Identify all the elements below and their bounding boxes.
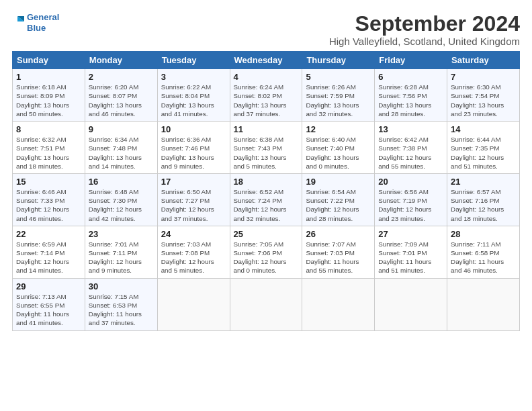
day-number: 7 [451, 72, 516, 82]
table-row: 14Sunrise: 6:44 AMSunset: 7:35 PMDayligh… [447, 122, 520, 174]
header-sunday: Sunday [13, 52, 85, 69]
day-info: Sunrise: 6:46 AMSunset: 7:33 PMDaylight:… [16, 187, 81, 223]
day-info: Sunrise: 7:09 AMSunset: 7:01 PMDaylight:… [378, 240, 443, 275]
day-number: 15 [16, 177, 81, 187]
table-row: 30Sunrise: 7:15 AMSunset: 6:53 PMDayligh… [85, 278, 157, 330]
day-info: Sunrise: 6:56 AMSunset: 7:19 PMDaylight:… [378, 187, 443, 223]
day-number: 17 [161, 177, 226, 187]
day-number: 5 [306, 72, 371, 82]
day-number: 14 [451, 124, 516, 134]
table-row: 6Sunrise: 6:28 AMSunset: 7:56 PMDaylight… [375, 69, 447, 122]
day-info: Sunrise: 6:18 AMSunset: 8:09 PMDaylight:… [16, 83, 81, 118]
table-row: 10Sunrise: 6:36 AMSunset: 7:46 PMDayligh… [157, 122, 230, 174]
table-row: 18Sunrise: 6:52 AMSunset: 7:24 PMDayligh… [230, 173, 302, 226]
day-number: 21 [451, 177, 516, 187]
day-number: 8 [16, 124, 81, 134]
table-row [157, 278, 230, 330]
title-area: September 2024 High Valleyfield, Scotlan… [329, 12, 520, 47]
table-row: 11Sunrise: 6:38 AMSunset: 7:43 PMDayligh… [230, 122, 302, 174]
day-number: 24 [161, 229, 226, 239]
day-info: Sunrise: 6:57 AMSunset: 7:16 PMDaylight:… [451, 187, 516, 223]
day-number: 9 [89, 124, 154, 134]
table-row: 29Sunrise: 7:13 AMSunset: 6:55 PMDayligh… [13, 278, 85, 330]
day-info: Sunrise: 7:01 AMSunset: 7:11 PMDaylight:… [89, 240, 154, 275]
header-friday: Friday [375, 52, 447, 69]
table-row: 24Sunrise: 7:03 AMSunset: 7:08 PMDayligh… [157, 226, 230, 278]
day-number: 22 [16, 229, 81, 239]
table-row: 2Sunrise: 6:20 AMSunset: 8:07 PMDaylight… [85, 69, 157, 122]
calendar-row: 15Sunrise: 6:46 AMSunset: 7:33 PMDayligh… [13, 173, 520, 226]
table-row [375, 278, 447, 330]
table-row: 7Sunrise: 6:30 AMSunset: 7:54 PMDaylight… [447, 69, 520, 122]
calendar-subtitle: High Valleyfield, Scotland, United Kingd… [329, 36, 520, 47]
table-row: 4Sunrise: 6:24 AMSunset: 8:02 PMDaylight… [230, 69, 302, 122]
table-row: 22Sunrise: 6:59 AMSunset: 7:14 PMDayligh… [13, 226, 85, 278]
day-number: 13 [378, 124, 443, 134]
day-info: Sunrise: 6:54 AMSunset: 7:22 PMDaylight:… [306, 187, 371, 223]
day-info: Sunrise: 6:28 AMSunset: 7:56 PMDaylight:… [378, 83, 443, 118]
day-number: 20 [378, 177, 443, 187]
calendar-row: 1Sunrise: 6:18 AMSunset: 8:09 PMDaylight… [13, 69, 520, 122]
day-info: Sunrise: 6:38 AMSunset: 7:43 PMDaylight:… [234, 135, 299, 171]
day-number: 28 [451, 229, 516, 239]
table-row: 3Sunrise: 6:22 AMSunset: 8:04 PMDaylight… [157, 69, 230, 122]
day-number: 12 [306, 124, 371, 134]
table-row [447, 278, 520, 330]
day-info: Sunrise: 7:13 AMSunset: 6:55 PMDaylight:… [16, 292, 81, 328]
day-number: 3 [161, 72, 226, 82]
day-number: 11 [234, 124, 299, 134]
logo-icon [12, 15, 26, 31]
day-number: 25 [234, 229, 299, 239]
header-thursday: Thursday [302, 52, 375, 69]
header-saturday: Saturday [447, 52, 520, 69]
day-info: Sunrise: 6:40 AMSunset: 7:40 PMDaylight:… [306, 135, 371, 171]
day-info: Sunrise: 7:15 AMSunset: 6:53 PMDaylight:… [89, 292, 154, 328]
day-info: Sunrise: 6:30 AMSunset: 7:54 PMDaylight:… [451, 83, 516, 118]
day-number: 30 [89, 281, 154, 291]
calendar-table: Sunday Monday Tuesday Wednesday Thursday… [12, 51, 520, 330]
table-row: 9Sunrise: 6:34 AMSunset: 7:48 PMDaylight… [85, 122, 157, 174]
header-tuesday: Tuesday [157, 52, 230, 69]
table-row: 19Sunrise: 6:54 AMSunset: 7:22 PMDayligh… [302, 173, 375, 226]
day-number: 26 [306, 229, 371, 239]
table-row: 12Sunrise: 6:40 AMSunset: 7:40 PMDayligh… [302, 122, 375, 174]
day-info: Sunrise: 7:05 AMSunset: 7:06 PMDaylight:… [234, 240, 299, 275]
day-info: Sunrise: 7:03 AMSunset: 7:08 PMDaylight:… [161, 240, 226, 275]
day-info: Sunrise: 7:11 AMSunset: 6:58 PMDaylight:… [451, 240, 516, 275]
table-row: 21Sunrise: 6:57 AMSunset: 7:16 PMDayligh… [447, 173, 520, 226]
logo: General Blue [12, 12, 59, 33]
day-info: Sunrise: 6:22 AMSunset: 8:04 PMDaylight:… [161, 83, 226, 118]
day-info: Sunrise: 6:26 AMSunset: 7:59 PMDaylight:… [306, 83, 371, 118]
day-info: Sunrise: 6:59 AMSunset: 7:14 PMDaylight:… [16, 240, 81, 275]
table-row [230, 278, 302, 330]
day-number: 27 [378, 229, 443, 239]
calendar-row: 29Sunrise: 7:13 AMSunset: 6:55 PMDayligh… [13, 278, 520, 330]
table-row: 15Sunrise: 6:46 AMSunset: 7:33 PMDayligh… [13, 173, 85, 226]
day-number: 2 [89, 72, 154, 82]
day-number: 1 [16, 72, 81, 82]
page: General Blue September 2024 High Valleyf… [0, 0, 532, 411]
day-info: Sunrise: 6:48 AMSunset: 7:30 PMDaylight:… [89, 187, 154, 223]
day-info: Sunrise: 6:32 AMSunset: 7:51 PMDaylight:… [16, 135, 81, 171]
table-row: 1Sunrise: 6:18 AMSunset: 8:09 PMDaylight… [13, 69, 85, 122]
day-number: 16 [89, 177, 154, 187]
day-number: 19 [306, 177, 371, 187]
table-row: 26Sunrise: 7:07 AMSunset: 7:03 PMDayligh… [302, 226, 375, 278]
header-monday: Monday [85, 52, 157, 69]
table-row [302, 278, 375, 330]
day-number: 18 [234, 177, 299, 187]
header: General Blue September 2024 High Valleyf… [12, 12, 520, 47]
header-wednesday: Wednesday [230, 52, 302, 69]
day-info: Sunrise: 6:52 AMSunset: 7:24 PMDaylight:… [234, 187, 299, 223]
table-row: 28Sunrise: 7:11 AMSunset: 6:58 PMDayligh… [447, 226, 520, 278]
day-info: Sunrise: 6:24 AMSunset: 8:02 PMDaylight:… [234, 83, 299, 118]
logo-container: General Blue [12, 12, 59, 33]
calendar-row: 8Sunrise: 6:32 AMSunset: 7:51 PMDaylight… [13, 122, 520, 174]
day-info: Sunrise: 6:20 AMSunset: 8:07 PMDaylight:… [89, 83, 154, 118]
day-info: Sunrise: 6:34 AMSunset: 7:48 PMDaylight:… [89, 135, 154, 171]
table-row: 25Sunrise: 7:05 AMSunset: 7:06 PMDayligh… [230, 226, 302, 278]
logo-wordmark: General Blue [27, 12, 59, 33]
table-row: 27Sunrise: 7:09 AMSunset: 7:01 PMDayligh… [375, 226, 447, 278]
day-number: 6 [378, 72, 443, 82]
calendar-row: 22Sunrise: 6:59 AMSunset: 7:14 PMDayligh… [13, 226, 520, 278]
